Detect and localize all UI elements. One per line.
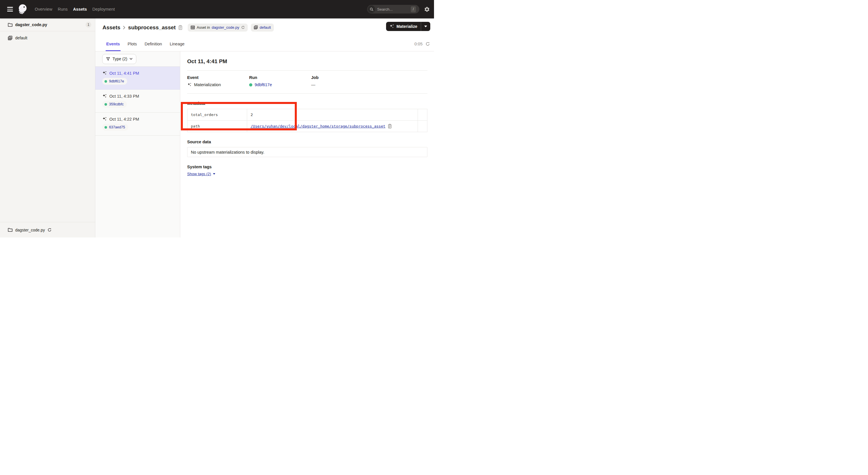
- sparkle-icon: [389, 24, 394, 29]
- materialization-sparkle-icon: [102, 117, 107, 121]
- event-detail-title: Oct 11, 4:41 PM: [187, 58, 427, 65]
- type-filter-label: Type (2): [113, 57, 127, 61]
- metadata-actions-cell: [418, 121, 427, 132]
- event-list-item[interactable]: Oct 11, 4:41 PM 9dbf617e: [95, 67, 180, 90]
- metadata-key: total_orders: [187, 109, 247, 121]
- type-filter-button[interactable]: Type (2): [102, 54, 136, 64]
- primary-nav: Overview Runs Assets Deployment: [35, 7, 115, 11]
- event-type-value: Materialization: [194, 82, 221, 87]
- breadcrumb-assets-link[interactable]: Assets: [102, 24, 120, 31]
- caret-down-icon: [213, 173, 215, 175]
- run-status-dot: [104, 80, 107, 83]
- top-nav: Overview Runs Assets Deployment /: [0, 0, 434, 19]
- materialization-sparkle-icon: [187, 82, 192, 87]
- tab-plots[interactable]: Plots: [128, 36, 137, 51]
- table-row: total_orders 2: [187, 109, 427, 121]
- search-box[interactable]: /: [367, 5, 420, 13]
- chevron-right-icon: [123, 26, 125, 30]
- refresh-icon[interactable]: [241, 26, 245, 29]
- nav-runs[interactable]: Runs: [58, 7, 67, 11]
- dagster-logo-icon[interactable]: [17, 4, 28, 14]
- run-pill[interactable]: 9dbf617e: [102, 78, 127, 85]
- metadata-path-link[interactable]: /Users/yuhan/dev/local/dagster_home/stor…: [251, 124, 385, 128]
- job-value: —: [311, 82, 315, 87]
- run-id-link[interactable]: 637aed75: [109, 125, 125, 129]
- code-location-sidebar: dagster_code.py 1 default dagster_code.p…: [0, 19, 95, 237]
- filter-icon: [106, 57, 110, 61]
- search-shortcut-badge: /: [411, 6, 416, 12]
- dagster-asset-page: Overview Runs Assets Deployment / dagste: [0, 0, 434, 237]
- metadata-actions-cell: [418, 109, 427, 121]
- event-column-label: Event: [187, 75, 249, 80]
- asset-count-badge: 1: [86, 22, 91, 28]
- gear-icon[interactable]: [424, 6, 430, 12]
- group-tag[interactable]: default: [251, 24, 274, 32]
- run-status-dot: [104, 103, 107, 106]
- metadata-key: path: [187, 121, 247, 132]
- tab-definition[interactable]: Definition: [145, 36, 162, 51]
- materialization-sparkle-icon: [102, 94, 107, 98]
- asset-name: subprocess_asset: [128, 24, 176, 31]
- show-tags-toggle[interactable]: Show tags (2): [187, 172, 215, 176]
- events-filter-bar: Type (2): [95, 51, 180, 67]
- tab-events[interactable]: Events: [106, 36, 120, 51]
- asset-group-icon: [254, 25, 258, 30]
- divider: [187, 93, 427, 94]
- code-location-label: dagster_code.py: [15, 22, 47, 27]
- sidebar-item-code-location[interactable]: dagster_code.py 1: [0, 19, 95, 31]
- event-timestamp: Oct 11, 4:22 PM: [110, 117, 139, 121]
- tag-group-link[interactable]: default: [260, 25, 271, 30]
- run-status-dot: [104, 126, 107, 129]
- run-id-link[interactable]: 9dbf617e: [109, 79, 124, 83]
- refresh-countdown: 0:05: [414, 42, 423, 46]
- event-timestamp: Oct 11, 4:33 PM: [110, 94, 139, 98]
- nav-deployment[interactable]: Deployment: [92, 7, 115, 11]
- asset-group-icon: [8, 36, 12, 40]
- event-timestamp: Oct 11, 4:41 PM: [110, 71, 139, 76]
- footer-code-location-label: dagster_code.py: [15, 228, 45, 232]
- tag-prefix: Asset in: [197, 25, 210, 30]
- table-row: path /Users/yuhan/dev/local/dagster_home…: [187, 121, 427, 132]
- folder-icon: [8, 23, 12, 27]
- refresh-icon[interactable]: [425, 42, 430, 46]
- materialize-dropdown-button[interactable]: [421, 22, 430, 31]
- run-status-dot: [249, 83, 252, 86]
- divider: [187, 70, 427, 71]
- search-icon: [368, 5, 375, 13]
- asset-location-tag[interactable]: Asset in dagster_code.py: [188, 24, 247, 32]
- sidebar-item-group-default[interactable]: default: [0, 31, 95, 44]
- tab-lineage[interactable]: Lineage: [169, 36, 185, 51]
- materialize-button[interactable]: Materialize: [386, 22, 430, 31]
- source-data-heading: Source data: [187, 140, 427, 144]
- search-input[interactable]: [377, 7, 406, 11]
- materialization-sparkle-icon: [102, 71, 107, 76]
- show-tags-label: Show tags (2): [187, 172, 211, 176]
- metadata-table: total_orders 2 path /Users/yuhan/dev/loc…: [187, 109, 427, 132]
- nav-overview[interactable]: Overview: [35, 7, 52, 11]
- copy-asset-name-icon[interactable]: [178, 25, 183, 30]
- run-pill[interactable]: 359cdbfc: [102, 101, 127, 108]
- group-label: default: [15, 36, 27, 40]
- metadata-value: 2: [247, 109, 418, 121]
- breadcrumb: Assets subprocess_asset: [102, 24, 183, 31]
- table-icon: [191, 25, 195, 30]
- event-list-item[interactable]: Oct 11, 4:22 PM 637aed75: [95, 113, 180, 136]
- source-data-empty-state: No upstream materializations to display.: [187, 147, 427, 157]
- run-pill[interactable]: 637aed75: [102, 124, 128, 131]
- tag-code-location-link[interactable]: dagster_code.py: [212, 25, 239, 30]
- copy-path-icon[interactable]: [388, 124, 392, 129]
- materialize-label: Materialize: [396, 24, 417, 29]
- folder-icon: [8, 228, 12, 232]
- asset-header: Assets subprocess_asset Asset in dagster…: [95, 19, 434, 36]
- sidebar-footer-code-location[interactable]: dagster_code.py: [0, 222, 95, 237]
- chevron-down-icon: [129, 58, 133, 60]
- run-id-link[interactable]: 359cdbfc: [109, 102, 124, 106]
- reload-icon[interactable]: [48, 228, 52, 232]
- system-tags-heading: System tags: [187, 165, 427, 169]
- event-list-item[interactable]: Oct 11, 4:33 PM 359cdbfc: [95, 90, 180, 113]
- menu-icon[interactable]: [7, 7, 13, 11]
- run-id-link[interactable]: 9dbf617e: [255, 82, 272, 87]
- nav-assets[interactable]: Assets: [73, 7, 87, 11]
- run-column-label: Run: [249, 75, 311, 80]
- events-list-panel: Type (2) Oct 11, 4:41 PM 9dbf617e: [95, 51, 180, 237]
